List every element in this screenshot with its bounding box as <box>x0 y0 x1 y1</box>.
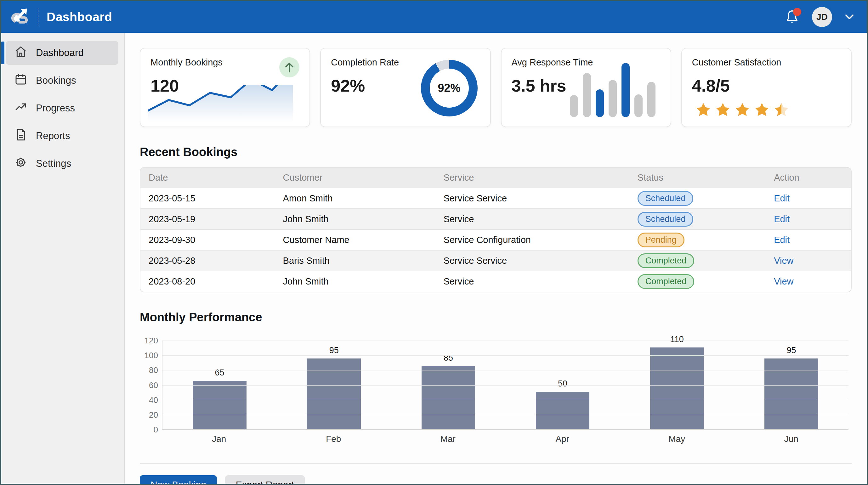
new-booking-button[interactable]: New Booking <box>140 475 217 485</box>
gridline <box>162 415 848 415</box>
notification-bell-icon[interactable] <box>785 9 799 25</box>
star-rating <box>692 102 841 118</box>
column-header-action: Action <box>766 168 851 188</box>
bar-feb <box>307 358 361 429</box>
bar-may <box>650 348 704 429</box>
minibar <box>583 73 591 117</box>
cell-customer: John Smith <box>275 271 435 292</box>
cell-action: Edit <box>766 188 851 209</box>
stat-card-avg-response-time: Avg Response Time 3.5 hrs <box>501 48 671 127</box>
export-report-button[interactable]: Export Report <box>225 475 305 485</box>
cell-service: Service Service <box>435 250 629 271</box>
cell-action: Edit <box>766 209 851 229</box>
status-badge: Completed <box>638 274 694 289</box>
table-row: 2023-05-15Amon SmithService ServiceSched… <box>141 188 851 209</box>
gear-icon <box>14 156 27 171</box>
app-logo-icon <box>10 7 30 27</box>
cell-status: Completed <box>629 250 766 271</box>
star-icon <box>715 102 731 118</box>
sidebar-item-label: Settings <box>36 158 71 169</box>
app-window: Dashboard JD DashboardBookingsProgressRe… <box>0 0 868 485</box>
sidebar-item-progress[interactable]: Progress <box>6 96 118 120</box>
sidebar-item-label: Progress <box>36 103 75 114</box>
cell-service: Service Service <box>435 188 629 209</box>
minibar <box>596 89 604 117</box>
star-icon <box>754 102 770 118</box>
column-header-service: Service <box>435 168 629 188</box>
column-header-date: Date <box>141 168 275 188</box>
bar-value-label: 50 <box>506 379 620 389</box>
calendar-icon <box>14 73 27 88</box>
sidebar-item-reports[interactable]: Reports <box>6 124 118 148</box>
cell-action: View <box>766 250 851 271</box>
action-link[interactable]: Edit <box>774 214 789 224</box>
bar-value-label: 110 <box>620 334 734 344</box>
cell-date: 2023-05-15 <box>141 188 275 209</box>
x-axis-label: Jun <box>734 434 849 444</box>
action-link[interactable]: Edit <box>774 235 789 245</box>
document-icon <box>14 128 27 143</box>
cell-customer: Customer Name <box>275 229 435 250</box>
gridline <box>162 355 848 356</box>
cell-action: View <box>766 271 851 292</box>
action-link[interactable]: Edit <box>774 193 789 203</box>
cell-service: Service <box>435 209 629 229</box>
cell-service: Service <box>435 271 629 292</box>
cell-customer: John Smith <box>275 209 435 229</box>
status-badge: Scheduled <box>638 212 693 227</box>
y-axis-tick: 80 <box>149 365 158 375</box>
status-badge: Pending <box>638 233 684 247</box>
completion-donut-chart: 92% <box>421 60 477 117</box>
star-icon <box>695 102 712 118</box>
sidebar-item-dashboard[interactable]: Dashboard <box>6 41 118 65</box>
stat-card-completion-rate: Completion Rate 92% 92% <box>320 48 491 127</box>
card-title: Monthly Bookings <box>151 57 300 68</box>
card-title: Customer Satisfaction <box>692 57 841 68</box>
sidebar: DashboardBookingsProgressReportsSettings <box>1 33 125 484</box>
card-value: 4.8/5 <box>692 76 841 95</box>
cell-action: Edit <box>766 229 851 250</box>
recent-bookings-heading: Recent Bookings <box>140 146 851 159</box>
chevron-down-icon[interactable] <box>845 14 854 20</box>
stat-card-customer-satisfaction: Customer Satisfaction 4.8/5 <box>681 48 851 127</box>
table-row: 2023-05-19John SmithServiceScheduledEdit <box>141 209 851 229</box>
footer-divider <box>140 463 851 464</box>
cell-status: Scheduled <box>629 188 766 209</box>
star-icon <box>734 102 750 118</box>
bar-jan <box>193 381 247 429</box>
avatar[interactable]: JD <box>812 7 832 27</box>
cell-date: 2023-09-30 <box>141 229 275 250</box>
gridline <box>162 341 848 341</box>
table-row: 2023-08-20John SmithServiceCompletedView <box>141 271 851 292</box>
cell-customer: Amon Smith <box>275 188 435 209</box>
notification-dot <box>793 8 801 16</box>
monthly-performance-heading: Monthly Performance <box>140 311 851 324</box>
y-axis-tick: 20 <box>149 410 158 420</box>
sidebar-item-label: Dashboard <box>36 47 84 59</box>
action-link[interactable]: View <box>774 276 794 286</box>
sidebar-item-settings[interactable]: Settings <box>6 152 118 175</box>
x-axis-label: May <box>620 434 734 444</box>
cell-status: Pending <box>629 229 766 250</box>
sidebar-item-bookings[interactable]: Bookings <box>6 69 118 93</box>
sidebar-item-label: Bookings <box>36 75 76 86</box>
footer-actions: New Booking Export Report <box>140 475 851 485</box>
table-row: 2023-05-28Baris SmithService ServiceComp… <box>141 250 851 271</box>
bar-value-label: 85 <box>391 353 505 363</box>
home-icon <box>14 45 27 60</box>
action-link[interactable]: View <box>774 256 794 266</box>
stat-card-monthly-bookings: Monthly Bookings 120 <box>140 48 310 127</box>
y-axis-tick: 0 <box>154 425 158 434</box>
gridline <box>162 400 848 400</box>
gridline <box>162 385 848 386</box>
cell-status: Scheduled <box>629 209 766 229</box>
status-badge: Scheduled <box>638 191 693 206</box>
table-row: 2023-09-30Customer NameService Configura… <box>141 229 851 250</box>
gridline <box>162 370 848 370</box>
column-header-customer: Customer <box>275 168 435 188</box>
column-header-status: Status <box>629 168 766 188</box>
half-star-icon <box>773 102 789 118</box>
bookings-sparkline <box>148 85 293 122</box>
chart-plot-area: 6595855011095 020406080100120 <box>162 341 848 430</box>
recent-bookings-table: DateCustomerServiceStatusAction 2023-05-… <box>140 167 851 292</box>
